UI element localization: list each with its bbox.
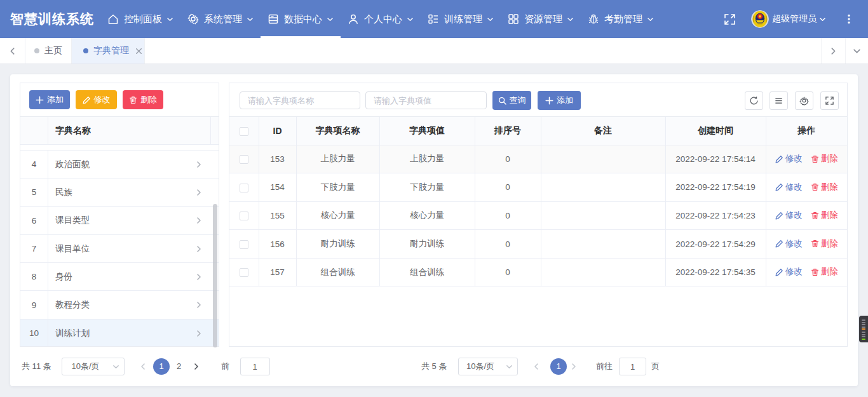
nav-item-control-panel[interactable]: 控制面板 (100, 0, 180, 38)
tab-label: 主页 (44, 45, 62, 57)
action-label: 删除 (821, 153, 838, 165)
page-size-select[interactable]: 10条/页 (458, 358, 518, 375)
user-name[interactable]: 超级管理员 (772, 0, 817, 38)
column-settings-button[interactable] (795, 91, 813, 110)
add-item-button[interactable]: 添加 (538, 91, 581, 110)
dictionary-table-body: 4 政治面貌 5 民族 6 课目类型 7 课目单位 8 身份 (20, 145, 219, 346)
scroll-marker-line (862, 324, 865, 325)
delete-row-button[interactable]: 删除 (811, 266, 838, 278)
table-row[interactable]: 153 上肢力量 上肢力量 0 2022-09-22 17:54:14 修改删除 (229, 145, 847, 173)
chevron-down-icon (567, 16, 574, 23)
checkbox-cell (229, 173, 259, 202)
edit-dictionary-button[interactable]: 修改 (76, 90, 117, 109)
more-vertical-icon[interactable] (843, 13, 855, 25)
edit-row-button[interactable]: 修改 (775, 153, 803, 165)
index-column-header (20, 117, 48, 144)
page-size-select[interactable]: 10条/页 (62, 358, 125, 375)
page-2-button[interactable]: 2 (170, 358, 188, 375)
nav-item-attendance-mgmt[interactable]: 考勤管理 (581, 0, 661, 38)
nav-item-personal-center[interactable]: 个人中心 (341, 0, 421, 38)
jump-page-input[interactable] (240, 358, 270, 375)
nav-item-label: 系统管理 (204, 13, 242, 25)
column-header-created: 创建时间 (665, 117, 766, 145)
scroll-position-indicator[interactable] (859, 316, 868, 342)
table-row[interactable]: 155 核心力量 核心力量 0 2022-09-22 17:54:23 修改删除 (229, 201, 847, 230)
nav-item-training-mgmt[interactable]: 训练管理 (421, 0, 501, 38)
delete-row-button[interactable]: 删除 (811, 182, 838, 193)
delete-row-button[interactable]: 删除 (811, 238, 838, 250)
edit-row-button[interactable]: 修改 (775, 210, 803, 221)
row-checkbox[interactable] (240, 268, 248, 277)
row-checkbox[interactable] (240, 184, 248, 192)
nav-item-system-mgmt[interactable]: 系统管理 (180, 0, 261, 38)
add-dictionary-button[interactable]: 添加 (29, 90, 70, 109)
action-label: 修改 (785, 238, 803, 250)
edit-row-button[interactable]: 修改 (775, 266, 803, 278)
list-scrollbar-thumb[interactable] (213, 204, 217, 347)
nav-item-data-center[interactable]: 数据中心 (261, 0, 341, 38)
total-count: 共 11 条 (22, 358, 51, 375)
action-label: 修改 (785, 266, 803, 278)
tabs-scroll-right-button[interactable] (821, 38, 845, 64)
refresh-button[interactable] (745, 91, 763, 110)
row-checkbox[interactable] (240, 155, 248, 164)
tabs-menu-button[interactable] (845, 38, 868, 64)
trash-icon (811, 212, 819, 220)
row-checkbox[interactable] (240, 212, 248, 220)
select-all-checkbox[interactable] (240, 127, 248, 136)
created-cell: 2022-09-22 17:54:14 (665, 145, 766, 173)
edit-row-button[interactable]: 修改 (775, 238, 803, 250)
prev-page-button[interactable] (531, 358, 541, 375)
page-1-button[interactable]: 1 (153, 358, 170, 375)
density-button[interactable] (770, 91, 788, 110)
dictionary-name: 民族 (48, 187, 72, 198)
trash-icon (129, 96, 137, 104)
dictionary-row[interactable]: 5 民族 (20, 178, 219, 206)
tab-label: 字典管理 (93, 45, 129, 57)
edit-row-button[interactable]: 修改 (775, 182, 803, 193)
checkbox-cell (229, 201, 259, 230)
checkbox-cell (229, 145, 259, 173)
dictionary-row[interactable]: 7 课目单位 (20, 235, 219, 263)
dictionary-row[interactable]: 8 身份 (20, 263, 219, 291)
item-name-cell: 核心力量 (296, 201, 379, 230)
dictionary-row-selected[interactable]: 10 训练计划 (20, 320, 219, 346)
dictionary-row[interactable]: 6 课目类型 (20, 207, 219, 235)
user-icon (348, 13, 359, 25)
query-button[interactable]: 查询 (492, 91, 531, 110)
delete-dictionary-button[interactable]: 删除 (123, 90, 163, 109)
item-value-search-input[interactable] (365, 91, 487, 109)
scrollbar-gutter (210, 117, 219, 144)
prev-page-button[interactable] (138, 358, 148, 375)
scroll-marker-line (862, 339, 865, 340)
table-row[interactable]: 156 耐力训练 耐力训练 0 2022-09-22 17:54:29 修改删除 (229, 230, 847, 259)
tabs-scroll-left-button[interactable] (0, 38, 25, 64)
nav-item-resource-mgmt[interactable]: 资源管理 (501, 0, 581, 38)
delete-row-button[interactable]: 删除 (811, 210, 838, 221)
item-name-search-input[interactable] (240, 91, 360, 109)
chevron-right-icon (195, 161, 203, 168)
partial-row[interactable] (20, 145, 219, 151)
row-checkbox[interactable] (240, 240, 248, 249)
tab-home[interactable]: 主页 (25, 38, 72, 64)
fullscreen-icon[interactable] (724, 13, 736, 25)
jump-page-input[interactable] (619, 358, 646, 375)
dictionary-row[interactable]: 9 教程分类 (20, 291, 219, 319)
next-page-button[interactable] (569, 358, 579, 375)
tab-dict-management[interactable]: 字典管理 (72, 38, 145, 64)
chevron-right-icon (195, 217, 203, 224)
dictionary-row[interactable]: 4 政治面貌 (20, 151, 219, 178)
row-index: 9 (20, 291, 48, 318)
page-1-button[interactable]: 1 (550, 358, 567, 375)
table-row[interactable]: 154 下肢力量 下肢力量 0 2022-09-22 17:54:19 修改删除 (229, 173, 847, 202)
next-page-button[interactable] (191, 358, 201, 375)
table-row[interactable]: 157 组合训练 组合训练 0 2022-09-22 17:54:35 修改删除 (229, 258, 847, 286)
avatar[interactable] (751, 10, 769, 28)
table-fullscreen-button[interactable] (820, 91, 839, 110)
row-index: 10 (20, 320, 48, 346)
scroll-marker-line (862, 332, 865, 333)
close-icon[interactable] (135, 47, 143, 55)
nav-item-label: 数据中心 (284, 13, 322, 25)
delete-row-button[interactable]: 删除 (811, 153, 838, 165)
tab-dot (83, 48, 88, 53)
